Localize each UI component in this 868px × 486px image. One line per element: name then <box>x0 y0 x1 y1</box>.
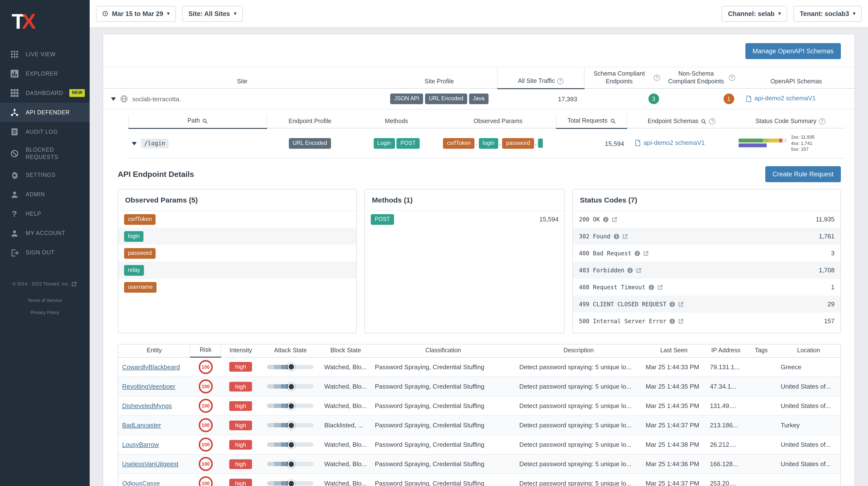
col-openapi-schemas[interactable]: OpenAPI Schemas <box>738 67 855 89</box>
entity-link[interactable]: RevoltingVeenboer <box>122 383 176 390</box>
logo-x: X <box>22 9 33 33</box>
search-icon[interactable] <box>610 118 616 124</box>
collapse-site-row-icon[interactable] <box>111 97 116 101</box>
info-icon[interactable] <box>648 285 654 290</box>
col-status-code-summary[interactable]: Status Code Summary? <box>736 115 845 128</box>
attack-state-slider[interactable] <box>267 423 314 427</box>
help-circle-icon[interactable]: ? <box>654 75 660 81</box>
openapi-schema-link[interactable]: api-demo2 schemaV1 <box>746 95 816 102</box>
col-site-profile[interactable]: Site Profile <box>381 67 498 89</box>
col-total-requests[interactable]: Total Requests <box>556 115 627 128</box>
sidebar-item-label: LIVE VIEW <box>26 51 56 58</box>
col-risk[interactable]: Risk <box>190 345 221 357</box>
info-icon[interactable] <box>669 301 675 307</box>
external-link-icon[interactable] <box>678 301 684 307</box>
entity-link[interactable]: DisheveledMyngs <box>122 402 172 410</box>
col-last-seen[interactable]: Last Seen <box>642 345 706 357</box>
list-item: 499 CLIENT CLOSED REQUEST 29 <box>573 296 840 313</box>
col-attack-state[interactable]: Attack State <box>260 345 320 357</box>
entity-link[interactable]: OdiousCasse <box>122 480 160 486</box>
slider-knob[interactable] <box>288 460 295 467</box>
slider-knob[interactable] <box>288 363 295 371</box>
sidebar-item-api-defender[interactable]: API DEFENDER <box>0 103 90 122</box>
col-classification[interactable]: Classification <box>371 345 516 357</box>
sidebar-item-audit-log[interactable]: AUDIT LOG <box>0 122 90 141</box>
sidebar-item-live-view[interactable]: LIVE VIEW <box>0 44 90 64</box>
external-link-icon[interactable] <box>643 251 649 256</box>
slider-knob[interactable] <box>288 383 295 390</box>
help-circle-icon[interactable]: ? <box>709 118 716 125</box>
col-all-site-traffic[interactable]: All Site Traffic? <box>498 67 584 89</box>
status-codes-panel: Status Codes (7) 200 OK 11,935 <box>572 189 841 334</box>
entity-link[interactable]: LousyBarrow <box>122 441 159 448</box>
endpoint-schema-link[interactable]: api-demo2 schemaV1 <box>635 139 705 146</box>
entity-link[interactable]: BadLancaster <box>122 422 161 429</box>
channel-selector[interactable]: Channel: selab ▾ <box>722 6 787 22</box>
info-icon[interactable] <box>603 217 609 222</box>
info-icon[interactable] <box>627 267 633 273</box>
sidebar-item-help[interactable]: ? HELP <box>0 204 90 224</box>
info-icon[interactable] <box>669 318 675 324</box>
col-tags[interactable]: Tags <box>746 345 777 357</box>
slider-knob[interactable] <box>288 402 295 410</box>
external-link-icon[interactable] <box>612 217 617 222</box>
col-endpoint-profile[interactable]: Endpoint Profile <box>267 115 353 128</box>
sidebar-item-my-account[interactable]: MY ACCOUNT <box>0 224 90 243</box>
external-link-icon[interactable] <box>636 267 642 273</box>
slider-knob[interactable] <box>288 480 295 486</box>
date-range-button[interactable]: Mar 15 to Mar 29 ▾ <box>96 6 176 22</box>
col-entity[interactable]: Entity <box>118 345 190 357</box>
col-endpoint-schemas[interactable]: Endpoint Schemas? <box>627 115 736 128</box>
col-ip-address[interactable]: IP Address <box>706 345 746 357</box>
col-location[interactable]: Location <box>777 345 840 357</box>
search-icon[interactable] <box>202 118 208 124</box>
create-rule-request-button[interactable]: Create Rule Request <box>765 166 841 183</box>
col-observed-params[interactable]: Observed Params <box>440 115 556 128</box>
help-circle-icon[interactable]: ? <box>557 78 564 85</box>
col-site[interactable]: Site <box>103 67 381 89</box>
external-link-icon[interactable] <box>622 233 628 239</box>
sidebar-item-sign-out[interactable]: SIGN OUT <box>0 243 90 263</box>
terms-link[interactable]: Terms of Service <box>0 297 90 303</box>
manage-openapi-schemas-button[interactable]: Manage OpenAPI Schemas <box>745 43 841 59</box>
attack-state-slider[interactable] <box>267 443 314 447</box>
sidebar-item-explorer[interactable]: EXPLORER <box>0 64 90 83</box>
col-description[interactable]: Description <box>516 345 642 357</box>
attack-state-slider[interactable] <box>267 481 314 486</box>
col-path[interactable]: Path <box>129 115 267 128</box>
collapse-endpoint-row-icon[interactable] <box>131 142 136 145</box>
attack-state-slider[interactable] <box>267 403 314 408</box>
slider-knob[interactable] <box>288 441 295 448</box>
search-icon[interactable] <box>701 119 707 124</box>
site-filter-button[interactable]: Site: All Sites ▾ <box>182 6 243 22</box>
privacy-link[interactable]: Privacy Policy <box>0 310 90 315</box>
tenant-selector[interactable]: Tenant: soclab3 ▾ <box>794 6 862 22</box>
sidebar-item-admin[interactable]: ADMIN <box>0 185 90 204</box>
topbar: Mar 15 to Mar 29 ▾ Site: All Sites ▾ Cha… <box>90 0 868 28</box>
col-block-state[interactable]: Block State <box>320 345 371 357</box>
intensity-badge: high <box>229 440 252 449</box>
slider-knob[interactable] <box>288 422 295 429</box>
risk-score-badge: 100 <box>199 379 213 393</box>
external-link-icon[interactable] <box>678 318 684 324</box>
attack-state-slider[interactable] <box>267 462 314 466</box>
attack-state-slider[interactable] <box>267 384 314 389</box>
sidebar-item-dashboard[interactable]: DASHBOARD NEW <box>0 83 90 103</box>
col-non-schema-compliant[interactable]: Non-Schema Compliant Endpoints? <box>663 67 738 89</box>
sidebar-item-blocked-requests[interactable]: BLOCKED REQUESTS <box>0 141 90 166</box>
col-intensity[interactable]: Intensity <box>221 345 260 357</box>
attack-state-slider[interactable] <box>267 365 314 369</box>
entity-link[interactable]: CowardlyBlackbeard <box>122 363 180 371</box>
col-schema-compliant[interactable]: Schema Compliant Endpoints? <box>584 67 663 89</box>
classification-cell: Password Spraying, Credential Stuffing <box>371 377 516 396</box>
col-methods[interactable]: Methods <box>353 115 440 128</box>
last-seen-cell: Mar 25 1:44:36 PM <box>642 454 706 474</box>
help-circle-icon[interactable]: ? <box>819 118 825 125</box>
info-icon[interactable] <box>613 233 619 239</box>
help-circle-icon[interactable]: ? <box>729 75 735 81</box>
sidebar-item-label: HELP <box>26 210 41 218</box>
external-link-icon[interactable] <box>657 285 663 290</box>
sidebar-item-settings[interactable]: SETTINGS <box>0 166 90 185</box>
entity-link[interactable]: UselessVanUitgeest <box>122 460 178 467</box>
info-icon[interactable] <box>634 251 640 256</box>
